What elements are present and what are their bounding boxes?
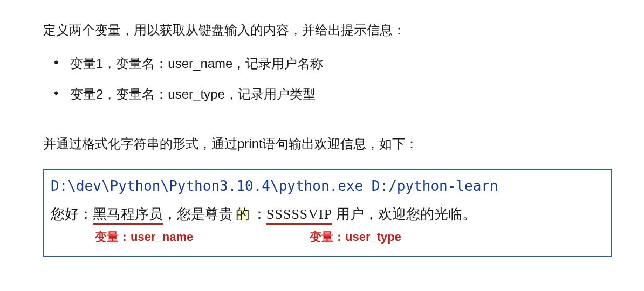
- python-path-line: D:\dev\Python\Python3.10.4\python.exe D:…: [51, 178, 604, 194]
- labels-row: 变量：user_name 变量：user_type: [51, 229, 604, 245]
- output-suffix: 用户，欢迎您的光临。: [332, 206, 476, 222]
- output-prefix: 您好：: [51, 206, 93, 222]
- bullet-item-2: 变量2，变量名：user_type，记录用户类型: [54, 86, 612, 103]
- label-user-type: 变量：user_type: [310, 229, 401, 245]
- cursor-highlight: 的: [233, 206, 252, 222]
- bullet-item-1: 变量1，变量名：user_name，记录用户名称: [54, 55, 612, 72]
- code-output-box: D:\dev\Python\Python3.10.4\python.exe D:…: [43, 169, 612, 257]
- output-greeting-line: 您好：黑马程序员，您是尊贵的：SSSSSVIP 用户，欢迎您的光临。: [51, 205, 604, 224]
- intro-text: 定义两个变量，用以获取从键盘输入的内容，并给出提示信息：: [32, 22, 612, 39]
- user-type-value: SSSSSVIP: [266, 206, 332, 225]
- variable-bullet-list: 变量1，变量名：user_name，记录用户名称 变量2，变量名：user_ty…: [32, 55, 612, 103]
- label-user-name: 变量：user_name: [95, 229, 193, 245]
- user-name-value: 黑马程序员: [93, 206, 163, 225]
- second-paragraph: 并通过格式化字符串的形式，通过print语句输出欢迎信息，如下：: [32, 135, 612, 153]
- output-mid2: ：: [252, 206, 266, 222]
- output-mid1: ，您是尊贵: [163, 206, 233, 222]
